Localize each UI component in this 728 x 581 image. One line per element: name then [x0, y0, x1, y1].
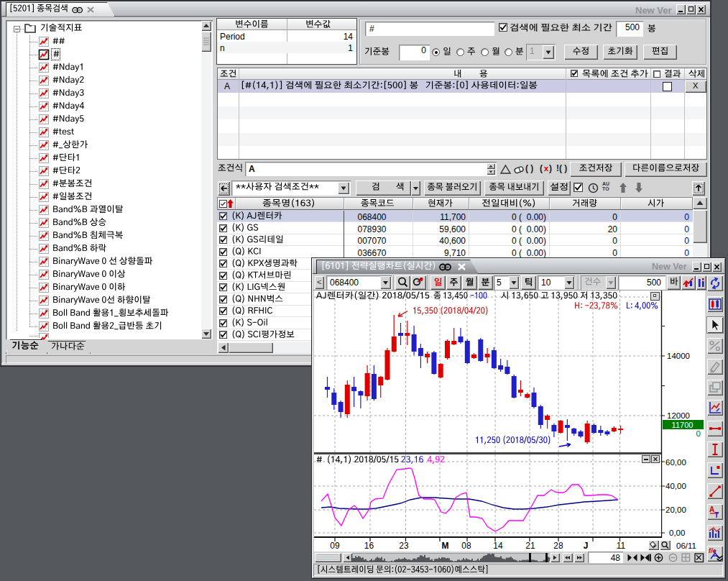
svg-text:T: T — [714, 511, 719, 519]
